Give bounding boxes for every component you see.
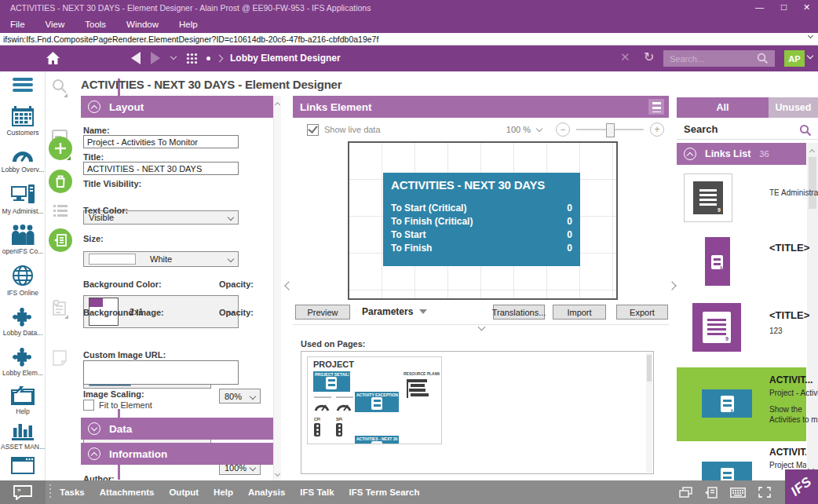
panel-splitter[interactable] [293,324,669,334]
menu-help[interactable]: Help [179,20,198,29]
app-grid-icon[interactable] [186,53,198,68]
statusbar-tools [679,480,771,504]
import-button[interactable]: Import [553,305,606,320]
zoom-slider-handle[interactable] [606,123,615,137]
project-page-thumbnail[interactable]: PROJECT PROJECT DETAILS ACTIVITY EXCEPTI… [307,356,442,444]
list-item[interactable]: 9 TE Administrato [677,171,806,228]
list-item[interactable]: 9 <TITLE> [677,229,806,298]
show-live-data-checkbox[interactable] [307,124,319,136]
sidebar-item-lobby-overview[interactable]: Lobby Overv... [0,148,46,173]
layout-section-header[interactable]: Layout [81,96,273,118]
statusbar-help[interactable]: Help [214,488,233,497]
search-icon[interactable] [757,53,769,68]
parameters-dropdown[interactable]: Parameters [362,306,427,317]
zoom-in-button[interactable]: + [650,122,664,137]
sidebar-item-customers[interactable]: Customers [0,106,46,137]
breadcrumb[interactable]: Lobby Element Designer [230,53,341,64]
tile-title: ACTIVITIES - NEXT 30 DAYS [391,178,572,192]
sidebar-item-lobby-data[interactable]: Lobby Data... [0,306,46,337]
zoom-out-button[interactable]: − [556,122,570,137]
used-on-pages-scrollbar[interactable] [646,352,652,473]
user-dropdown-icon[interactable] [807,53,813,59]
element-info-tool-icon[interactable]: i [53,300,70,319]
list-view-tool-icon[interactable] [53,205,68,220]
cascade-windows-icon[interactable] [679,487,692,499]
menu-window[interactable]: Window [126,20,159,29]
title-input[interactable]: ACTIVITIES - NEXT 30 DAYS [83,162,239,175]
data-section-header[interactable]: Data [81,418,273,440]
statusbar-analysis[interactable]: Analysis [248,488,285,497]
element-preview-canvas[interactable]: ACTIVITIES - NEXT 30 DAYS To Start (Crit… [348,141,618,300]
sidebar-item-window[interactable] [0,457,46,474]
fullscreen-icon[interactable] [758,487,771,498]
minimize-button[interactable]: — [755,2,764,12]
links-search-icon[interactable] [799,124,812,140]
ifs-talk-dock[interactable]: ” [0,480,46,504]
tab-unused[interactable]: Unused [769,97,818,118]
zoom-dropdown-icon[interactable] [536,125,542,131]
home-icon[interactable] [46,51,60,68]
delete-element-button[interactable] [49,170,72,193]
add-element-button[interactable] [49,137,72,160]
statusbar-tasks[interactable]: Tasks [60,488,85,497]
svg-text:”: ” [17,488,21,495]
collapse-left-panel-icon[interactable] [284,281,293,290]
sidebar-item-lobby-element[interactable]: Lobby Elem... [0,346,46,377]
translations-button[interactable]: Translations... [493,305,545,320]
open-page-designer-button[interactable] [49,228,72,252]
tab-all[interactable]: All [677,97,769,118]
preview-button[interactable]: Preview [295,305,350,320]
statusbar-output[interactable]: Output [169,488,199,497]
close-window-button[interactable]: ✕ [803,2,810,13]
bar-chart-icon [12,422,34,440]
collapse-right-panel-icon[interactable] [667,281,676,290]
sidebar-menu-toggle[interactable] [0,78,46,92]
address-dropdown-icon[interactable] [808,33,813,38]
sidebar-item-asset-management[interactable]: ASSET MAN... [0,422,46,451]
links-search-input[interactable] [677,119,818,140]
forward-icon[interactable] [151,52,160,64]
sidebar-item-my-administration[interactable]: My Administ... [0,184,46,215]
bg-color-opacity-select[interactable]: 80% [219,389,261,404]
dock-panel-icon[interactable] [705,487,718,499]
refresh-icon[interactable]: ↻ [644,49,654,64]
address-url[interactable]: ifswin:Ifs.Fnd.CompositePageRenderer.Ele… [0,35,378,44]
text-color-select[interactable]: White [83,251,239,267]
back-icon[interactable] [131,52,141,64]
fit-to-element-row[interactable]: Fit to Element [83,400,152,411]
menu-view[interactable]: View [46,20,65,29]
sidebar-item-openifs[interactable]: openIFS Co... [0,225,46,255]
history-dropdown-icon[interactable] [170,53,177,60]
sidebar-item-ifs-online[interactable]: IFS Online [0,265,46,297]
address-bar[interactable]: ifswin:Ifs.Fnd.CompositePageRenderer.Ele… [0,33,818,46]
element-list-icon[interactable] [648,99,664,115]
maximize-button[interactable]: □ [781,2,787,13]
export-button[interactable]: Export [616,305,668,320]
links-list-header[interactable]: Links List 36 [677,143,806,165]
statusbar-attachments[interactable]: Attachments [100,488,155,497]
tile-row: To Start (Critical)0 [391,202,572,215]
zoom-tool-icon[interactable] [52,79,69,97]
keyboard-icon[interactable] [730,488,746,498]
statusbar-ifs-talk[interactable]: IFS Talk [300,488,334,497]
information-section-header[interactable]: Information [81,443,273,465]
name-input[interactable]: Project - Activities To Monitor [83,135,239,148]
sidebar-item-help[interactable]: Help [0,386,46,415]
custom-image-url-input[interactable] [83,360,239,385]
preview-toolbar: Show live data 100 % − + [293,119,669,140]
links-list-title: Links List [705,148,750,159]
menu-file[interactable]: File [10,20,25,29]
menu-tools[interactable]: Tools [85,20,106,29]
user-badge[interactable]: AP [784,50,805,67]
show-live-data-label: Show live data [324,125,381,134]
cancel-navigation-icon[interactable]: ✕ [620,50,630,64]
layout-panel-scrollbar[interactable] [273,96,281,480]
lobby-element-tile[interactable]: ACTIVITIES - NEXT 30 DAYS To Start (Crit… [383,173,580,266]
statusbar-ifs-term-search[interactable]: IFS Term Search [349,488,420,497]
list-item[interactable]: 9 <TITLE> 123 [677,298,806,367]
zoom-slider[interactable] [576,129,644,130]
fit-to-element-checkbox[interactable] [83,400,94,411]
sidebar-item-label: Help [16,407,29,415]
list-item-selected[interactable]: 9 ACTIVIT... Project - Activiti Show the… [677,367,806,441]
notes-tool-icon[interactable] [53,350,70,369]
